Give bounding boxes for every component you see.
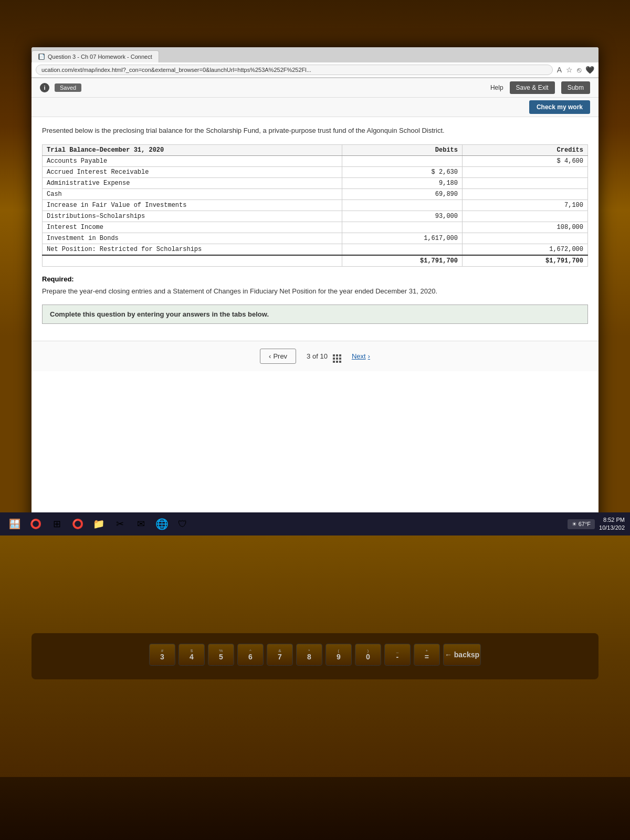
key-8[interactable]: * 8 — [296, 644, 322, 666]
app-content: i Saved Help Save & Exit Subm Check my w… — [32, 78, 598, 530]
bookmark-icon[interactable]: ☆ — [566, 66, 573, 74]
next-button[interactable]: Next › — [352, 352, 370, 360]
table-total-row: $1,791,700 $1,791,700 — [43, 255, 588, 267]
account-name: Administrative Expense — [43, 177, 342, 188]
table-row: Increase in Fair Value of Investments 7,… — [43, 200, 588, 211]
key-backspace[interactable]: ← backsp — [443, 644, 481, 666]
info-badge: i — [40, 83, 49, 92]
col-header-debits: Debits — [342, 144, 463, 155]
taskbar-edge[interactable]: 🌐 — [152, 514, 171, 533]
key-4[interactable]: $ 4 — [178, 644, 205, 666]
submit-button[interactable]: Subm — [561, 81, 590, 94]
prev-button[interactable]: ‹ Prev — [260, 349, 296, 364]
key-3[interactable]: # 3 — [149, 644, 175, 666]
key-equals[interactable]: + = — [414, 644, 440, 666]
table-title: Trial Balance–December 31, 2020 — [43, 144, 342, 155]
col-header-credits: Credits — [463, 144, 588, 155]
prev-arrow-icon: ‹ — [269, 352, 271, 360]
taskbar-cortana[interactable]: ⭕ — [68, 514, 87, 533]
table-row: Distributions–Scholarships 93,000 — [43, 211, 588, 222]
top-bar-left: i Saved — [40, 83, 81, 92]
taskbar-security[interactable]: 🛡 — [173, 514, 192, 533]
next-arrow-icon: › — [368, 352, 370, 360]
keyboard-frame: # 3 $ 4 % 5 ^ 6 & 7 — [32, 633, 598, 679]
reader-icon[interactable]: A — [557, 66, 562, 74]
table-row: Interest Income 108,000 — [43, 222, 588, 233]
taskbar-search[interactable]: ⭕ — [26, 514, 45, 533]
browser-tab[interactable]: 📄 Question 3 - Ch 07 Homework - Connect — [32, 50, 159, 62]
date-display: 10/13/202 — [599, 524, 625, 532]
total-credits: $1,791,700 — [463, 255, 588, 267]
table-row: Accounts Payable $ 4,600 — [43, 155, 588, 166]
time-display: 8:52 PM 10/13/202 — [599, 516, 625, 532]
nav-page-info: 3 of 10 — [307, 350, 341, 363]
clock: 8:52 PM — [599, 516, 625, 524]
credit-amount — [463, 177, 588, 188]
account-name: Interest Income — [43, 222, 342, 233]
key-0[interactable]: ) 0 — [355, 644, 381, 666]
intro-text: Presented below is the preclosing trial … — [42, 125, 588, 136]
address-bar-input[interactable]: ucation.com/ext/map/index.html?_con=con&… — [36, 65, 553, 75]
debit-amount: 9,180 — [342, 177, 463, 188]
saved-badge: Saved — [55, 83, 81, 92]
credit-amount: 108,000 — [463, 222, 588, 233]
save-exit-button[interactable]: Save & Exit — [510, 81, 555, 94]
credit-amount: $ 4,600 — [463, 155, 588, 166]
taskbar-multitask[interactable]: ⊞ — [47, 514, 66, 533]
table-row: Cash 69,890 — [43, 188, 588, 200]
account-name: Accounts Payable — [43, 155, 342, 166]
account-name: Accrued Interest Receivable — [43, 166, 342, 177]
browser-address-bar: ucation.com/ext/map/index.html?_con=con&… — [32, 62, 598, 78]
tab-icon: 📄 — [38, 54, 45, 60]
taskbar-right: ☀ 67°F 8:52 PM 10/13/202 — [568, 516, 625, 532]
total-label — [43, 255, 342, 267]
credit-amount — [463, 233, 588, 244]
key-7[interactable]: & 7 — [267, 644, 293, 666]
help-button[interactable]: Help — [490, 84, 503, 91]
account-name: Net Position: Restricted for Scholarship… — [43, 244, 342, 255]
required-text: Prepare the year-end closing entries and… — [42, 286, 588, 297]
credit-amount: 7,100 — [463, 200, 588, 211]
taskbar-snip[interactable]: ✂ — [110, 514, 129, 533]
key-9[interactable]: ( 9 — [326, 644, 352, 666]
browser-icons: A ☆ ⎋ 🖤 — [557, 66, 594, 74]
debit-amount: 69,890 — [342, 188, 463, 200]
key-6[interactable]: ^ 6 — [237, 644, 264, 666]
credit-amount — [463, 188, 588, 200]
key-minus[interactable]: _ - — [384, 644, 411, 666]
keyboard-area: # 3 $ 4 % 5 ^ 6 & 7 — [0, 536, 630, 777]
taskbar-explorer[interactable]: 📁 — [89, 514, 108, 533]
required-section: Required: Prepare the year-end closing e… — [42, 275, 588, 297]
extension-icon[interactable]: 🖤 — [585, 66, 594, 74]
prev-label: Prev — [273, 352, 287, 360]
instructions-text: Complete this question by entering your … — [50, 310, 269, 318]
browser-tab-bar: 📄 Question 3 - Ch 07 Homework - Connect — [32, 47, 598, 62]
instructions-box: Complete this question by entering your … — [42, 304, 588, 324]
account-name: Investment in Bonds — [43, 233, 342, 244]
credit-amount — [463, 166, 588, 177]
share-icon[interactable]: ⎋ — [577, 66, 581, 74]
table-row: Net Position: Restricted for Scholarship… — [43, 244, 588, 255]
tab-label: Question 3 - Ch 07 Homework - Connect — [48, 54, 152, 60]
debit-amount — [342, 244, 463, 255]
grid-view-icon[interactable] — [333, 350, 341, 363]
debit-amount: $ 2,630 — [342, 166, 463, 177]
top-bar-right: Help Save & Exit Subm — [490, 81, 590, 94]
check-my-work-bar: Check my work — [32, 98, 598, 117]
taskbar-start[interactable]: 🪟 — [5, 514, 24, 533]
account-name: Distributions–Scholarships — [43, 211, 342, 222]
taskbar: 🪟 ⭕ ⊞ ⭕ 📁 ✂ ✉ 🌐 🛡 ☀ 67°F 8:52 PM 10/13/2… — [0, 512, 630, 536]
taskbar-mail[interactable]: ✉ — [131, 514, 150, 533]
credit-amount: 1,672,000 — [463, 244, 588, 255]
table-row: Investment in Bonds 1,617,000 — [43, 233, 588, 244]
trial-balance-table: Trial Balance–December 31, 2020 Debits C… — [42, 144, 588, 267]
debit-amount — [342, 155, 463, 166]
key-5[interactable]: % 5 — [208, 644, 234, 666]
weather-temp: 67°F — [579, 521, 591, 527]
debit-amount: 93,000 — [342, 211, 463, 222]
main-content: Presented below is the preclosing trial … — [32, 117, 598, 341]
check-my-work-button[interactable]: Check my work — [529, 100, 590, 114]
key-row-numbers: # 3 $ 4 % 5 ^ 6 & 7 — [42, 644, 588, 666]
account-name: Increase in Fair Value of Investments — [43, 200, 342, 211]
weather-icon: ☀ — [572, 521, 577, 527]
